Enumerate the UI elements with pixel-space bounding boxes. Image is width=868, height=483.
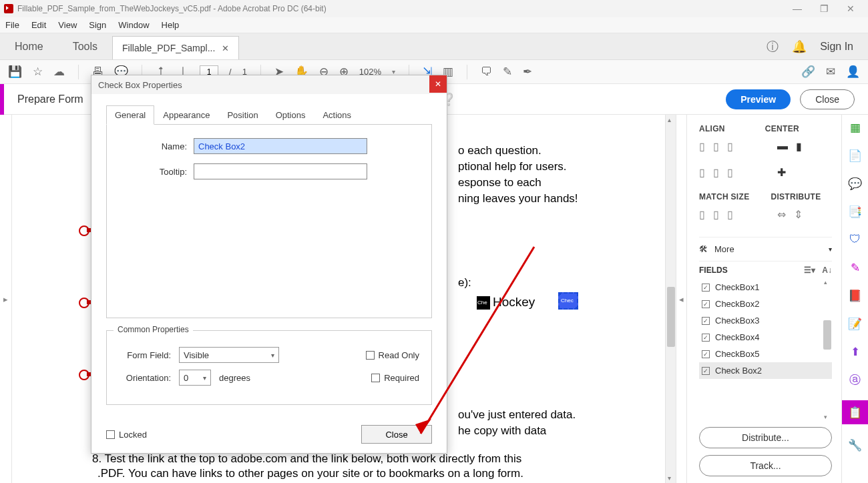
tooltip-label: Tooltip: xyxy=(120,167,187,177)
tab-position[interactable]: Position xyxy=(218,105,266,125)
checkbox-field-selected[interactable]: Chec xyxy=(558,292,578,310)
rail-fill-icon[interactable]: ✎ xyxy=(848,260,863,275)
checkbox-icon: ✓ xyxy=(702,317,710,325)
app-icon xyxy=(4,4,13,13)
rail-create-icon[interactable]: ▦ xyxy=(848,120,863,135)
left-collapser[interactable]: ▸ xyxy=(0,115,12,483)
fields-sort-icon[interactable]: A↓ xyxy=(822,266,832,275)
star-icon[interactable]: ☆ xyxy=(33,65,43,79)
rail-send-icon[interactable]: ⬆ xyxy=(848,344,863,359)
center-v-icon[interactable]: ▮ xyxy=(796,140,802,153)
doc-text: .PDF. You can have links to other pages … xyxy=(97,466,523,482)
rail-organize-icon[interactable]: 📑 xyxy=(848,204,863,219)
fields-menu-icon[interactable]: ☰▾ xyxy=(804,266,815,275)
chevron-down-icon: ▾ xyxy=(829,246,832,253)
tab-general[interactable]: General xyxy=(106,105,154,125)
right-collapser[interactable]: ◂ xyxy=(676,115,686,483)
save-icon[interactable]: 💾 xyxy=(8,65,22,79)
highlight-icon[interactable]: ✎ xyxy=(503,65,512,79)
name-input[interactable] xyxy=(194,138,367,154)
menu-view[interactable]: View xyxy=(58,20,77,30)
match-w-icon[interactable]: ▯ xyxy=(699,208,705,221)
tab-appearance[interactable]: Appearance xyxy=(154,105,218,125)
tab-close-icon[interactable]: ✕ xyxy=(222,43,229,53)
right-panel: ALIGN CENTER ▯ ▯ ▯ ▬ ▮ ▯ ▯ ▯ ✚ xyxy=(686,115,841,483)
checkbox-icon: ✓ xyxy=(702,284,710,292)
mail-icon[interactable]: ✉ xyxy=(826,65,835,79)
required-checkbox[interactable] xyxy=(371,374,380,382)
tab-tools[interactable]: Tools xyxy=(58,33,112,59)
tab-home[interactable]: Home xyxy=(0,33,58,59)
link-icon[interactable]: 🔗 xyxy=(801,65,815,79)
orientation-combo[interactable]: 0 ▾ xyxy=(179,370,211,386)
fields-header: FIELDS xyxy=(699,266,728,275)
match-both-icon[interactable]: ▯ xyxy=(727,208,733,221)
checkbox-icon: ✓ xyxy=(702,367,710,375)
tab-options[interactable]: Options xyxy=(267,105,314,125)
align-left-icon[interactable]: ▯ xyxy=(699,140,705,153)
center-h-icon[interactable]: ▬ xyxy=(777,140,788,153)
rail-edit-icon[interactable]: 📝 xyxy=(848,316,863,331)
tab-actions[interactable]: Actions xyxy=(314,105,360,125)
rail-more-tools-icon[interactable]: 🔧 xyxy=(848,438,863,452)
help-icon[interactable]: ⓘ xyxy=(767,39,779,55)
rail-accessibility-icon[interactable]: ⓐ xyxy=(848,372,863,387)
distribute-header: DISTRIBUTE xyxy=(771,192,821,201)
window-close-button[interactable]: ✕ xyxy=(837,3,864,14)
align-top-icon[interactable]: ▯ xyxy=(699,166,705,179)
svg-line-0 xyxy=(421,247,534,434)
dialog-titlebar[interactable]: Check Box Properties ✕ xyxy=(91,75,447,94)
list-item: ✓CheckBox2 xyxy=(699,296,832,312)
rail-prepare-form-icon[interactable]: 📋 xyxy=(842,400,869,424)
dist-h-icon[interactable]: ⇔ xyxy=(777,208,786,221)
add-person-icon[interactable]: 👤 xyxy=(846,65,860,79)
align-bot-icon[interactable]: ▯ xyxy=(727,166,733,179)
align-center-icon[interactable]: ▯ xyxy=(713,140,719,153)
rail-comment-icon[interactable]: 💬 xyxy=(848,176,863,191)
menu-edit[interactable]: Edit xyxy=(31,20,46,30)
tooltip-input[interactable] xyxy=(194,163,367,179)
form-field-combo[interactable]: Visible ▾ xyxy=(179,347,279,363)
close-tool-button[interactable]: Close xyxy=(800,89,855,109)
locked-checkbox[interactable] xyxy=(106,430,115,439)
menu-window[interactable]: Window xyxy=(118,20,149,30)
speech-icon[interactable]: 🗨 xyxy=(481,65,492,79)
menu-file[interactable]: File xyxy=(5,20,19,30)
prepare-form-label: Prepare Form xyxy=(4,93,97,105)
svg-marker-1 xyxy=(415,419,431,434)
menu-bar: File Edit View Sign Window Help xyxy=(0,17,868,33)
rail-export-icon[interactable]: 📄 xyxy=(848,148,863,163)
readonly-checkbox[interactable] xyxy=(366,351,375,360)
cloud-icon[interactable]: ☁ xyxy=(53,65,65,79)
menu-help[interactable]: Help xyxy=(162,20,180,30)
checkbox-properties-dialog: Check Box Properties ✕ General Appearanc… xyxy=(91,75,447,454)
dialog-close-button[interactable]: ✕ xyxy=(429,75,447,93)
distribute-button[interactable]: Distribute... xyxy=(699,427,832,448)
more-row[interactable]: 🛠 More ▾ xyxy=(699,237,832,262)
doc-text: ning leaves your hands! xyxy=(458,191,578,207)
form-field-label: Form Field: xyxy=(119,350,171,360)
common-properties-group: Common Properties Form Field: Visible ▾ … xyxy=(106,330,432,405)
minimize-button[interactable]: — xyxy=(784,3,811,14)
track-button[interactable]: Track... xyxy=(699,455,832,476)
signin-link[interactable]: Sign In xyxy=(820,41,853,53)
sign-tool-icon[interactable]: ✒ xyxy=(523,65,532,79)
match-h-icon[interactable]: ▯ xyxy=(713,208,719,221)
rail-protect-icon[interactable]: 🛡 xyxy=(848,232,863,247)
tab-document[interactable]: Fillable_PDF_Sampl... ✕ xyxy=(112,36,239,59)
doc-text: o each question. xyxy=(458,143,541,159)
rail-pdf-icon[interactable]: 📕 xyxy=(848,288,863,303)
bell-icon[interactable]: 🔔 xyxy=(792,39,807,54)
doc-text: esponse to each xyxy=(458,175,541,191)
dist-v-icon[interactable]: ⇕ xyxy=(794,208,803,221)
menu-sign[interactable]: Sign xyxy=(89,20,106,30)
align-mid-icon[interactable]: ▯ xyxy=(713,166,719,179)
preview-button[interactable]: Preview xyxy=(726,89,791,109)
center-both-icon[interactable]: ✚ xyxy=(777,166,786,179)
document-scrollbar[interactable]: ▴ ▾ xyxy=(665,115,676,483)
center-header: CENTER xyxy=(765,124,799,133)
fields-scrollbar[interactable]: ▴ ▾ xyxy=(823,279,832,420)
maximize-button[interactable]: ❐ xyxy=(811,3,837,14)
locked-label: Locked xyxy=(119,430,147,440)
align-right-icon[interactable]: ▯ xyxy=(727,140,733,153)
